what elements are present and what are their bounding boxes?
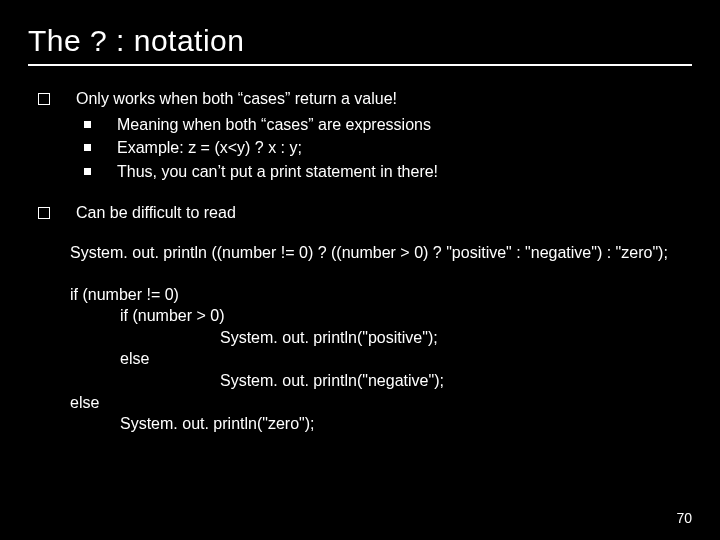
slide: The ? : notation Only works when both “c… bbox=[0, 0, 720, 540]
bullet-text: Example: z = (x<y) ? x : y; bbox=[117, 137, 692, 159]
filled-square-bullet-icon bbox=[84, 168, 91, 175]
title-rule bbox=[28, 64, 692, 66]
bullet-level1: Can be difficult to read bbox=[38, 202, 692, 224]
bullet-text: Only works when both “cases” return a va… bbox=[76, 88, 692, 110]
code-paragraph: System. out. println ((number != 0) ? ((… bbox=[70, 242, 692, 264]
filled-square-bullet-icon bbox=[84, 121, 91, 128]
slide-title: The ? : notation bbox=[28, 24, 692, 58]
bullet-text: Thus, you can’t put a print statement in… bbox=[117, 161, 692, 183]
filled-square-bullet-icon bbox=[84, 144, 91, 151]
code-line: System. out. println ((number != 0) ? ((… bbox=[70, 242, 692, 264]
code-line: System. out. println("negative"); bbox=[70, 370, 692, 392]
bullet-level2: Meaning when both “cases” are expression… bbox=[84, 114, 692, 136]
code-line: else bbox=[70, 348, 692, 370]
bullet-text: Can be difficult to read bbox=[76, 202, 692, 224]
square-bullet-icon bbox=[38, 207, 50, 219]
code-line: System. out. println("positive"); bbox=[70, 327, 692, 349]
bullet-text: Meaning when both “cases” are expression… bbox=[117, 114, 692, 136]
bullet-level2: Thus, you can’t put a print statement in… bbox=[84, 161, 692, 183]
slide-body: Only works when both “cases” return a va… bbox=[28, 88, 692, 435]
bullet-level2: Example: z = (x<y) ? x : y; bbox=[84, 137, 692, 159]
code-line: if (number != 0) bbox=[70, 286, 179, 303]
code-block: if (number != 0) if (number > 0) System.… bbox=[70, 284, 692, 435]
square-bullet-icon bbox=[38, 93, 50, 105]
code-line: System. out. println("zero"); bbox=[70, 413, 692, 435]
bullet-level1: Only works when both “cases” return a va… bbox=[38, 88, 692, 110]
code-line: else bbox=[70, 394, 99, 411]
page-number: 70 bbox=[676, 510, 692, 526]
code-line: if (number > 0) bbox=[70, 305, 692, 327]
